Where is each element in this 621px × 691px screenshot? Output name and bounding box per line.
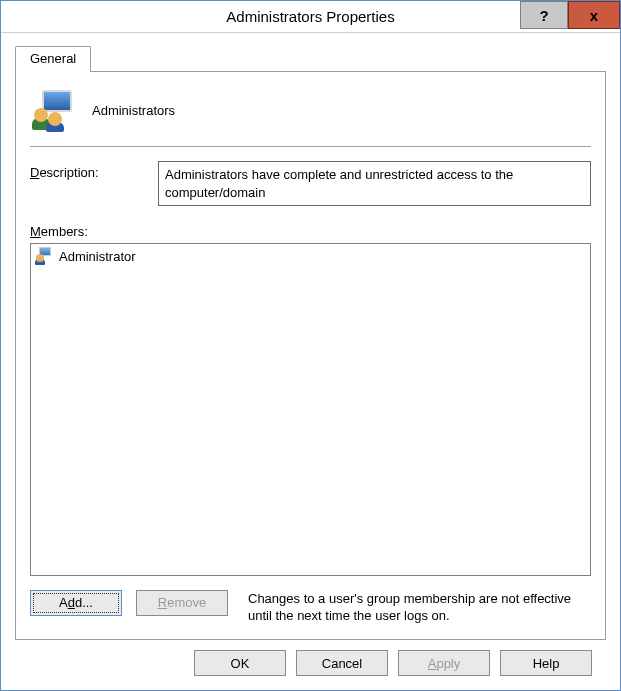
- tab-label: General: [30, 51, 76, 66]
- apply-button[interactable]: Apply: [398, 650, 490, 676]
- close-button[interactable]: x: [568, 1, 620, 29]
- members-list[interactable]: Administrator: [30, 243, 591, 576]
- cancel-button-label: Cancel: [322, 656, 362, 671]
- description-label: Description:: [30, 161, 140, 180]
- group-icon: [32, 90, 76, 130]
- list-item[interactable]: Administrator: [33, 246, 588, 266]
- tabpanel-general: Administrators Description: Administrato…: [15, 71, 606, 640]
- context-help-button[interactable]: ?: [520, 1, 568, 29]
- user-icon: [35, 247, 53, 265]
- tab-general[interactable]: General: [15, 46, 91, 72]
- membership-note: Changes to a user's group membership are…: [242, 590, 591, 625]
- tabstrip: General: [15, 45, 606, 71]
- question-icon: ?: [539, 7, 548, 24]
- description-row: Description: Administrators have complet…: [30, 161, 591, 206]
- remove-button-label: Remove: [158, 595, 206, 610]
- ok-button-label: OK: [231, 656, 250, 671]
- group-name: Administrators: [92, 103, 175, 118]
- properties-dialog: Administrators Properties ? x General: [0, 0, 621, 691]
- group-header: Administrators: [30, 86, 591, 144]
- ok-button[interactable]: OK: [194, 650, 286, 676]
- add-button-label: Add...: [59, 595, 93, 610]
- titlebar: Administrators Properties ? x: [1, 1, 620, 33]
- description-field[interactable]: Administrators have complete and unrestr…: [158, 161, 591, 206]
- apply-button-label: Apply: [428, 656, 461, 671]
- close-icon: x: [590, 7, 598, 24]
- dialog-button-row: OK Cancel Apply Help: [15, 640, 606, 676]
- help-button[interactable]: Help: [500, 650, 592, 676]
- help-button-label: Help: [533, 656, 560, 671]
- member-name: Administrator: [59, 249, 136, 264]
- cancel-button[interactable]: Cancel: [296, 650, 388, 676]
- client-area: General Administrators Description: Admi…: [1, 33, 620, 690]
- members-buttons-row: Add... Remove Changes to a user's group …: [30, 590, 591, 625]
- add-button[interactable]: Add...: [30, 590, 122, 616]
- titlebar-buttons: ? x: [520, 1, 620, 29]
- remove-button[interactable]: Remove: [136, 590, 228, 616]
- separator: [30, 146, 591, 147]
- members-label: Members:: [30, 224, 591, 239]
